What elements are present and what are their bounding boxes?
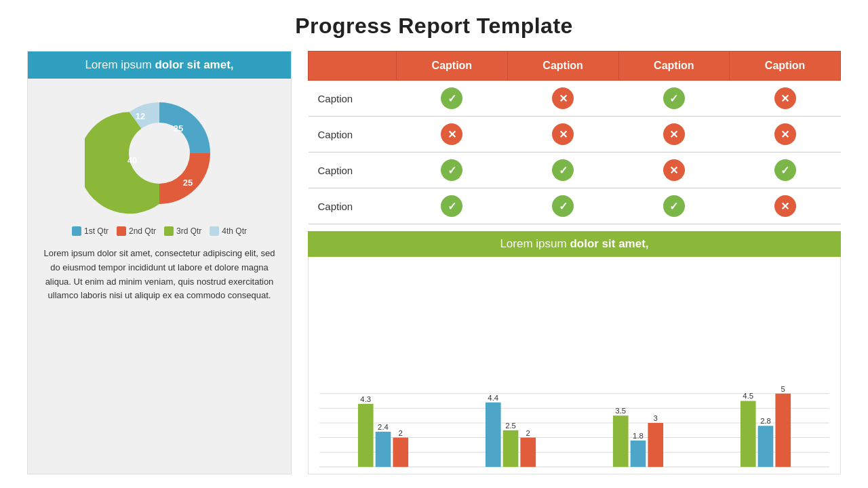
- icon-cell-0-1: ✕: [507, 81, 618, 117]
- bar: [503, 430, 519, 467]
- table-row: Caption✓✓✓✕: [309, 188, 841, 224]
- check-icon: ✓: [441, 159, 462, 181]
- legend-item-3: 3rd Qtr: [164, 226, 201, 236]
- icon-cell-2-0: ✓: [397, 152, 508, 188]
- legend-label-2: 2nd Qtr: [129, 226, 156, 236]
- table-row: Caption✕✕✕✕: [309, 117, 841, 152]
- check-icon: ✓: [552, 195, 574, 217]
- bar: [758, 426, 774, 467]
- table-body: Caption✓✕✓✕Caption✕✕✕✕Caption✓✓✕✓Caption…: [309, 81, 841, 224]
- legend-color-2: [117, 226, 126, 236]
- legend-label-1: 1st Qtr: [84, 226, 108, 236]
- icon-cell-3-1: ✓: [507, 188, 618, 224]
- icon-cell-3-2: ✓: [618, 188, 730, 224]
- icon-cell-1-3: ✕: [730, 117, 841, 152]
- x-icon: ✕: [552, 123, 574, 145]
- bar-label: 2: [399, 429, 403, 437]
- table-th-3: Caption: [618, 52, 730, 81]
- row-label: Caption: [309, 81, 397, 117]
- bar-section: Lorem ipsum dolor sit amet, 4.32.424.42.…: [308, 231, 841, 474]
- donut-chart: 25 25 40 12: [85, 85, 234, 221]
- x-icon: ✕: [552, 87, 574, 109]
- table-th-4: Caption: [730, 52, 841, 81]
- x-icon: ✕: [663, 123, 685, 145]
- bar-section-header: Lorem ipsum dolor sit amet,: [308, 231, 841, 257]
- bar: [520, 438, 536, 467]
- table-th-2: Caption: [507, 52, 618, 81]
- legend-color-4: [210, 226, 219, 236]
- icon-cell-0-0: ✓: [397, 81, 508, 117]
- check-icon: ✓: [552, 159, 574, 181]
- legend-label-3: 3rd Qtr: [176, 226, 201, 236]
- bar-label: 4.3: [360, 395, 371, 403]
- bar-chart: 4.32.424.42.523.51.834.52.85: [319, 376, 829, 471]
- bar-header-text: Lorem ipsum: [500, 237, 570, 250]
- table-row: Caption✓✕✓✕: [309, 81, 841, 117]
- row-label: Caption: [309, 188, 397, 224]
- x-icon: ✕: [774, 87, 796, 109]
- chart-legend: 1st Qtr 2nd Qtr 3rd Qtr 4th Qtr: [28, 225, 291, 241]
- left-body-text: Lorem ipsum dolor sit amet, consectetur …: [28, 241, 291, 311]
- right-panel: Caption Caption Caption Caption Caption✓…: [308, 51, 841, 474]
- bar-label: 2.4: [378, 423, 389, 431]
- left-panel-header: Lorem ipsum dolor sit amet,: [28, 52, 291, 79]
- legend-item-1: 1st Qtr: [72, 226, 108, 236]
- icon-cell-1-2: ✕: [618, 117, 730, 152]
- table-th-empty: [309, 52, 397, 81]
- bar: [741, 401, 756, 467]
- check-icon: ✓: [774, 159, 796, 181]
- icon-cell-2-3: ✓: [730, 152, 841, 188]
- bar-label: 2: [526, 429, 530, 437]
- bar-header-bold: dolor sit amet,: [570, 237, 648, 250]
- icon-cell-1-0: ✕: [397, 117, 508, 152]
- bar-chart-area: 4.32.424.42.523.51.834.52.85: [308, 257, 841, 474]
- seg2-label: 25: [183, 178, 193, 188]
- table-row: Caption✓✓✕✓: [309, 152, 841, 188]
- bar: [613, 415, 629, 467]
- check-icon: ✓: [441, 195, 462, 217]
- page-title: Progress Report Template: [27, 14, 841, 39]
- comparison-table: Caption Caption Caption Caption Caption✓…: [308, 51, 841, 224]
- bar: [631, 441, 646, 467]
- header-bold: dolor sit amet,: [155, 58, 233, 71]
- bar: [486, 403, 501, 467]
- bar: [775, 394, 791, 467]
- icon-cell-0-2: ✓: [618, 81, 730, 117]
- icon-cell-1-1: ✕: [507, 117, 618, 152]
- icon-cell-2-1: ✓: [507, 152, 618, 188]
- check-icon: ✓: [663, 195, 685, 217]
- bar-label: 1.8: [633, 432, 644, 440]
- table-header-row: Caption Caption Caption Caption: [309, 52, 841, 81]
- bar-label: 3.5: [615, 407, 626, 415]
- legend-label-4: 4th Qtr: [222, 226, 247, 236]
- bar: [376, 432, 391, 467]
- seg3-label: 40: [127, 155, 137, 165]
- bar-label: 4.5: [743, 392, 753, 400]
- legend-color-1: [72, 226, 81, 236]
- donut-chart-area: 25 25 40 12: [28, 79, 291, 225]
- x-icon: ✕: [441, 123, 462, 145]
- header-text: Lorem ipsum: [85, 58, 155, 71]
- bar-label: 5: [781, 385, 785, 393]
- icon-cell-3-0: ✓: [397, 188, 508, 224]
- bar-label: 2.5: [505, 422, 516, 430]
- main-content: Lorem ipsum dolor sit amet,: [27, 51, 841, 474]
- legend-item-2: 2nd Qtr: [117, 226, 156, 236]
- row-label: Caption: [309, 152, 397, 188]
- bar-label: 3: [654, 414, 658, 422]
- x-icon: ✕: [663, 159, 685, 181]
- bar: [648, 423, 663, 467]
- x-icon: ✕: [774, 195, 796, 217]
- bar-label: 2.8: [760, 417, 771, 425]
- check-icon: ✓: [441, 87, 462, 109]
- x-icon: ✕: [774, 123, 796, 145]
- bar: [358, 404, 374, 467]
- icon-cell-2-2: ✕: [618, 152, 730, 188]
- bar: [393, 438, 408, 467]
- left-panel: Lorem ipsum dolor sit amet,: [27, 51, 292, 474]
- icon-cell-3-3: ✕: [730, 188, 841, 224]
- icon-cell-0-3: ✕: [730, 81, 841, 117]
- check-icon: ✓: [663, 87, 685, 109]
- legend-color-3: [164, 226, 174, 236]
- page: Progress Report Template Lorem ipsum dol…: [0, 0, 868, 488]
